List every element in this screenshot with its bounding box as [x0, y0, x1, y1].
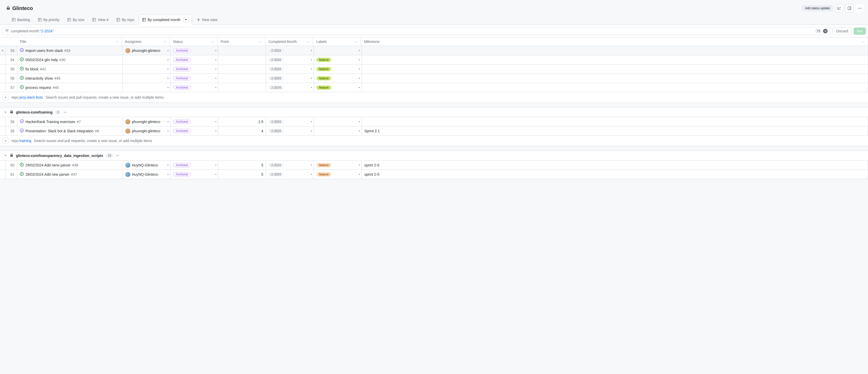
labels-cell[interactable]: feature▾	[314, 74, 362, 83]
status-cell[interactable]: Archived▾	[170, 55, 218, 64]
labels-cell[interactable]: feature▾	[314, 83, 362, 92]
insights-button[interactable]	[835, 4, 843, 12]
cell-dropdown-button[interactable]: ▾	[215, 173, 216, 176]
milestone-cell[interactable]: sprint 2-5	[362, 170, 868, 179]
point-cell[interactable]	[218, 55, 266, 64]
column-menu-icon[interactable]: ···	[211, 40, 214, 44]
cell-dropdown-button[interactable]: ▾	[311, 77, 312, 80]
labels-cell[interactable]: feature▾	[314, 161, 362, 170]
add-item-row[interactable]: + repo:proj-slack-bots Search issues and…	[0, 92, 868, 103]
group-collapse-button[interactable]	[4, 154, 7, 158]
cell-dropdown-button[interactable]: ▾	[167, 130, 169, 132]
cell-dropdown-button[interactable]: ▾	[311, 68, 312, 70]
status-cell[interactable]: Archived▾	[170, 74, 218, 83]
cell-dropdown-button[interactable]: ▾	[215, 77, 216, 80]
issue-title[interactable]: Presentation: Slack bot & Slack integrat…	[26, 129, 94, 133]
column-completed-month[interactable]: Completed Month···	[265, 37, 313, 46]
cell-dropdown-button[interactable]: ▾	[215, 58, 216, 61]
cell-dropdown-button[interactable]: ▾	[359, 68, 360, 70]
cell-dropdown-button[interactable]: ▾	[359, 86, 360, 89]
labels-cell[interactable]: feature▾	[314, 65, 362, 73]
labels-cell[interactable]: ▾	[314, 117, 362, 126]
cell-dropdown-button[interactable]: ▾	[215, 120, 216, 123]
table-row[interactable]: 59 Presentation: Slack bot & Slack integ…	[0, 126, 868, 136]
table-row[interactable]: 54 05/02/2024 glin help #30 ▾ Archived▾ …	[0, 55, 868, 65]
point-cell[interactable]: 5	[218, 161, 266, 170]
cell-dropdown-button[interactable]: ▾	[215, 49, 216, 52]
column-title[interactable]: Title···	[17, 37, 122, 46]
milestone-cell[interactable]	[362, 65, 868, 73]
cell-dropdown-button[interactable]: ▾	[359, 58, 360, 61]
month-cell[interactable]: 2-2024▾	[266, 46, 314, 55]
month-cell[interactable]: 2-2024▾	[266, 161, 314, 170]
milestone-cell[interactable]: sprint 2-5	[362, 161, 868, 170]
cell-dropdown-button[interactable]: ▾	[311, 49, 312, 52]
point-cell[interactable]	[218, 46, 266, 55]
status-cell[interactable]: Archived▾	[170, 46, 218, 55]
repo-link[interactable]: proj-slack-bots	[20, 95, 43, 99]
column-menu-icon[interactable]: ···	[163, 40, 166, 44]
cell-dropdown-button[interactable]: ▾	[359, 77, 360, 80]
tab-options-button[interactable]	[183, 17, 189, 23]
month-cell[interactable]: 2-2024▾	[266, 65, 314, 73]
group-header[interactable]: glinteco-com/training 2 ···	[0, 107, 868, 117]
column-menu-icon[interactable]: ···	[354, 40, 358, 44]
column-labels[interactable]: Labels···	[313, 37, 361, 46]
cell-dropdown-button[interactable]: ▾	[215, 68, 216, 70]
issue-title[interactable]: 29/02/2024 Add nerw parser	[26, 163, 71, 167]
cell-dropdown-button[interactable]: ▾	[359, 173, 360, 176]
column-menu-icon[interactable]: ···	[259, 40, 262, 44]
month-cell[interactable]: 2-2024▾	[266, 83, 314, 92]
point-cell[interactable]	[218, 74, 266, 83]
point-cell[interactable]	[218, 83, 266, 92]
discard-button[interactable]: Discard	[833, 27, 851, 35]
month-cell[interactable]: 2-2024▾	[266, 126, 314, 135]
cell-dropdown-button[interactable]: ▾	[311, 120, 312, 123]
column-menu-icon[interactable]: ···	[307, 40, 310, 44]
cell-dropdown-button[interactable]: ▾	[311, 58, 312, 61]
month-cell[interactable]: 2-2024▾	[266, 74, 314, 83]
milestone-cell[interactable]	[362, 55, 868, 64]
issue-title[interactable]: Import users from slack	[26, 48, 63, 53]
table-row[interactable]: 57 process request #46 ▾ Archived▾ 2-202…	[0, 83, 868, 92]
point-cell[interactable]: 5	[218, 170, 266, 179]
cell-dropdown-button[interactable]: ▾	[359, 164, 360, 166]
clear-filter-button[interactable]: ✕	[823, 29, 828, 33]
tab-by-priority[interactable]: By priority	[34, 15, 63, 24]
table-row[interactable]: 60 29/02/2024 Add nerw parser #38 HuyNQ-…	[0, 161, 868, 170]
issue-title[interactable]: 28/02/2024 Add new parser	[26, 172, 69, 176]
cell-dropdown-button[interactable]: ▾	[167, 86, 169, 89]
cell-dropdown-button[interactable]: ▾	[215, 86, 216, 89]
cell-dropdown-button[interactable]: ▾	[311, 173, 312, 176]
table-row[interactable]: 61 28/02/2024 Add new parser #37 HuyNQ-G…	[0, 170, 868, 179]
tab-by-repo[interactable]: By repo	[113, 15, 137, 24]
assignees-cell[interactable]: ▾	[123, 65, 170, 73]
tab-view-4[interactable]: View 4	[89, 15, 112, 24]
labels-cell[interactable]: ▾	[314, 126, 362, 135]
labels-cell[interactable]: feature▾	[314, 55, 362, 64]
save-button[interactable]: Sav	[854, 28, 866, 35]
column-menu-icon[interactable]: ···	[862, 40, 865, 44]
status-cell[interactable]: Archived▾	[170, 65, 218, 73]
cell-dropdown-button[interactable]: ▾	[167, 49, 169, 52]
assignees-cell[interactable]: phuongkt-glinteco▾	[123, 46, 170, 55]
column-milestone[interactable]: Milestone···	[361, 37, 868, 46]
labels-cell[interactable]: ▾	[314, 46, 362, 55]
tab-by-size[interactable]: By size	[64, 15, 88, 24]
table-row[interactable]: 56 interactivity show #45 ▾ Archived▾ 2-…	[0, 74, 868, 83]
assignees-cell[interactable]: HuyNQ-Glinteco▾	[123, 170, 170, 179]
group-header[interactable]: glinteco-com/transparency_data_ingestion…	[0, 151, 868, 161]
column-menu-icon[interactable]: ···	[116, 40, 119, 44]
milestone-cell[interactable]	[362, 74, 868, 83]
filter-input[interactable]: completed-month:"2-2024" 79 ✕	[2, 27, 831, 35]
cell-dropdown-button[interactable]: ▾	[311, 130, 312, 132]
column-assignees[interactable]: Assignees···	[122, 37, 170, 46]
cell-dropdown-button[interactable]: ▾	[215, 130, 216, 132]
assignees-cell[interactable]: HuyNQ-Glinteco▾	[123, 161, 170, 170]
cell-dropdown-button[interactable]: ▾	[359, 120, 360, 123]
cell-dropdown-button[interactable]: ▾	[359, 49, 360, 52]
cell-dropdown-button[interactable]: ▾	[167, 173, 169, 176]
add-item-button[interactable]: +	[3, 94, 9, 100]
column-status[interactable]: Status···	[170, 37, 218, 46]
issue-title[interactable]: fix block	[26, 67, 38, 71]
